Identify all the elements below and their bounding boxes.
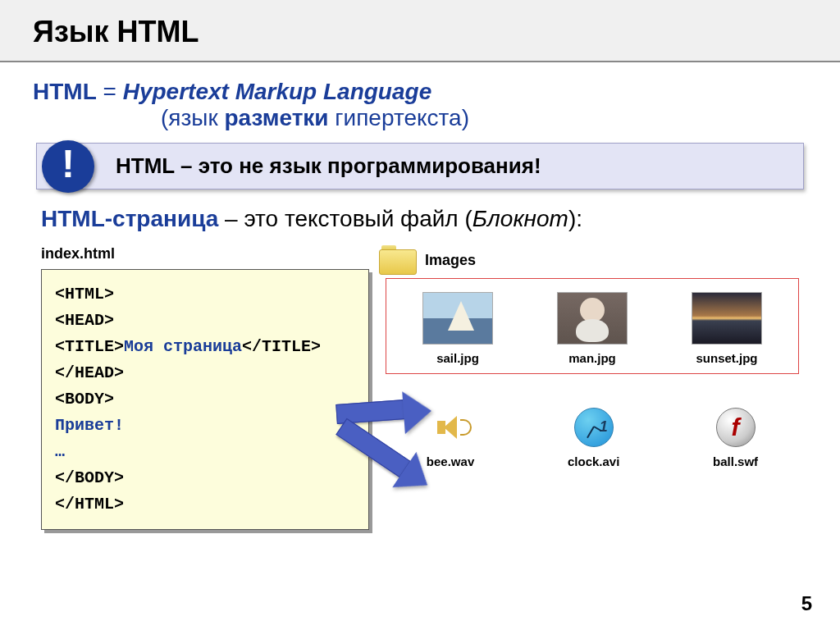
exclamation-icon: ! — [42, 140, 94, 193]
code-line: <HTML> — [55, 281, 355, 308]
image-filename: sunset.jpg — [696, 351, 757, 365]
images-box: sail.jpg man.jpg sunset.jpg — [386, 278, 799, 374]
flash-icon: f — [715, 407, 756, 448]
def-sub-open: (язык — [161, 105, 224, 130]
code-line: <HEAD> — [55, 308, 355, 334]
media-item-flash: f ball.swf — [713, 407, 758, 468]
html-eq: = — [97, 79, 123, 104]
media-row: bee.wav 1 clock.avi f ball.swf — [386, 407, 799, 468]
media-item-video: 1 clock.avi — [568, 407, 619, 468]
code-title-text: Моя страница — [124, 337, 242, 356]
html-page-line: HTML-страница – это текстовый файл (Блок… — [41, 206, 799, 232]
page-title: Язык HTML — [33, 15, 807, 49]
media-filename: ball.swf — [713, 454, 758, 468]
clock-numeral: 1 — [600, 418, 608, 436]
warning-box: ! HTML – это не язык программирования! — [36, 143, 804, 189]
warning-text: HTML – это не язык программирования! — [116, 153, 793, 179]
code-tag: </TITLE> — [242, 337, 321, 356]
html-page-mid: – это текстовый файл ( — [218, 206, 472, 231]
html-page-label: HTML-страница — [41, 206, 218, 231]
html-page-notepad: Блокнот — [472, 206, 568, 231]
header-bar: Язык HTML — [0, 0, 840, 62]
code-line: <TITLE>Моя страница</TITLE> — [55, 334, 355, 360]
image-item: sunset.jpg — [692, 292, 762, 365]
def-sub-bold: разметки — [224, 105, 328, 130]
thumbnail-sunset — [692, 292, 762, 345]
image-item: sail.jpg — [422, 292, 493, 365]
code-ellipsis: … — [55, 439, 355, 465]
code-body-text: Привет! — [55, 413, 355, 439]
page-number: 5 — [801, 592, 812, 615]
html-definition: HTML = Hypertext Markup Language (язык р… — [33, 79, 807, 131]
html-abbr: HTML — [33, 79, 97, 104]
thumbnail-man — [557, 292, 628, 345]
thumbnail-sail — [422, 292, 493, 345]
folder-header: Images — [379, 245, 799, 275]
speaker-icon — [430, 407, 471, 448]
code-line: </BODY> — [55, 465, 355, 491]
html-def-line2: (язык разметки гипертекста) — [161, 105, 807, 131]
html-page-end: ): — [568, 206, 582, 231]
code-box: <HTML> <HEAD> <TITLE>Моя страница</TITLE… — [41, 269, 369, 530]
image-filename: man.jpg — [568, 351, 616, 365]
exclamation-mark: ! — [62, 141, 75, 186]
image-item: man.jpg — [557, 292, 628, 365]
folder-icon — [379, 245, 417, 275]
code-line: <BODY> — [55, 386, 355, 413]
code-line: </HTML> — [55, 491, 355, 518]
media-filename: clock.avi — [568, 454, 619, 468]
arrow-head-icon — [402, 390, 433, 434]
html-full: Hypertext Markup Language — [123, 79, 432, 104]
clock-icon: 1 — [573, 407, 614, 448]
flash-f: f — [716, 408, 756, 447]
image-filename: sail.jpg — [436, 351, 479, 365]
code-line: </HEAD> — [55, 360, 355, 386]
code-column: index.html <HTML> <HEAD> <TITLE>Моя стра… — [41, 245, 369, 530]
assets-column: Images sail.jpg man.jpg sunset.jpg — [386, 245, 799, 468]
def-sub-close: гипертекста) — [329, 105, 469, 130]
code-tag: <TITLE> — [55, 337, 124, 356]
images-folder-label: Images — [425, 252, 476, 269]
media-item-audio: bee.wav — [427, 407, 474, 468]
file-name-label: index.html — [41, 245, 369, 262]
html-def-line1: HTML = Hypertext Markup Language — [33, 79, 807, 105]
